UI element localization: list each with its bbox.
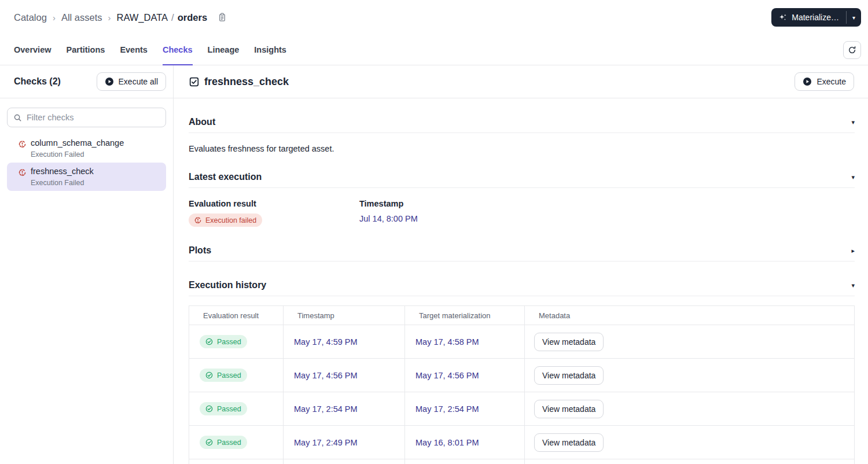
execute-label: Execute xyxy=(816,77,846,86)
execute-all-button[interactable]: Execute all xyxy=(97,72,166,91)
app-window: Catalog › All assets › RAW_DATA/orders M… xyxy=(0,0,868,464)
sparkle-icon xyxy=(778,13,787,22)
asset-path-separator: / xyxy=(171,12,174,23)
asset-prefix: RAW_DATA xyxy=(116,12,168,23)
caret-down-icon: ▾ xyxy=(852,14,855,21)
execution-history-title: Execution history xyxy=(189,280,266,290)
filter-wrap xyxy=(0,98,173,132)
passed-badge: Passed xyxy=(200,402,247,415)
divider xyxy=(189,187,855,188)
table-row: Passed May 17, 2:54 PM May 17, 2:54 PM V… xyxy=(189,392,855,426)
checks-sidebar: Checks (2) Execute all xyxy=(0,65,174,464)
breadcrumb-all-assets[interactable]: All assets xyxy=(61,12,102,23)
breadcrumb: Catalog › All assets › RAW_DATA/orders xyxy=(14,12,227,23)
tab-checks[interactable]: Checks xyxy=(163,35,193,65)
about-section: About ▾ Evaluates freshness for targeted… xyxy=(189,117,855,153)
table-column-header: Timestamp xyxy=(284,306,405,325)
passed-text: Passed xyxy=(217,371,241,380)
execute-all-label: Execute all xyxy=(119,77,158,86)
caret-down-icon: ▾ xyxy=(851,174,855,181)
plots-title: Plots xyxy=(189,245,211,256)
copy-asset-name-icon[interactable] xyxy=(218,13,227,22)
table-row xyxy=(189,459,855,464)
chevron-right-icon: › xyxy=(53,13,56,23)
table-column-header: Evaluation result xyxy=(189,306,284,325)
view-metadata-button[interactable]: View metadata xyxy=(534,333,604,351)
tabs: Overview Partitions Events Checks Lineag… xyxy=(14,35,286,65)
check-detail-content: About ▾ Evaluates freshness for targeted… xyxy=(174,98,868,464)
execution-timestamp-link[interactable]: May 17, 2:54 PM xyxy=(294,404,358,414)
check-detail-panel: freshness_check Execute About ▾ xyxy=(174,65,868,464)
execution-failed-text: Execution failed xyxy=(205,216,256,224)
target-materialization-link[interactable]: May 17, 4:56 PM xyxy=(415,371,479,380)
play-icon xyxy=(105,77,114,86)
filter-checks-field xyxy=(7,108,166,127)
table-header-row: Evaluation resultTimestampTarget materia… xyxy=(189,306,855,325)
view-metadata-button[interactable]: View metadata xyxy=(534,400,604,418)
sidebar-header: Checks (2) Execute all xyxy=(0,65,173,98)
target-materialization-link[interactable]: May 16, 8:01 PM xyxy=(415,438,479,447)
asset-name: orders xyxy=(178,12,207,23)
execution-failed-badge: Execution failed xyxy=(189,213,262,227)
execution-history-section: Execution history ▾ Evaluation resultTim… xyxy=(189,280,855,464)
execution-timestamp-link[interactable]: May 17, 2:49 PM xyxy=(294,438,358,447)
materialize-split-button: Materialize… ▾ xyxy=(771,8,861,27)
check-list-item[interactable]: column_schema_change Execution Failed xyxy=(7,134,166,163)
refresh-icon xyxy=(848,46,856,54)
materialize-button[interactable]: Materialize… xyxy=(771,8,846,27)
table-column-header: Target materialization xyxy=(405,306,525,325)
target-materialization-link[interactable]: May 17, 2:54 PM xyxy=(415,404,479,414)
tab-partitions[interactable]: Partitions xyxy=(67,35,105,65)
check-list-item[interactable]: freshness_check Execution Failed xyxy=(7,163,166,191)
latest-execution-section: Latest execution ▾ Evaluation result xyxy=(189,172,855,227)
divider xyxy=(189,132,855,133)
execution-history-toggle[interactable]: Execution history ▾ xyxy=(189,280,855,290)
tab-lineage[interactable]: Lineage xyxy=(208,35,240,65)
checks-list: column_schema_change Execution Failed fr… xyxy=(0,132,173,193)
view-metadata-button[interactable]: View metadata xyxy=(534,433,604,452)
check-name: column_schema_change xyxy=(31,138,124,148)
execution-failed-icon xyxy=(194,217,201,224)
divider xyxy=(189,261,855,262)
materialize-dropdown-button[interactable]: ▾ xyxy=(847,8,861,27)
check-circle-icon xyxy=(205,405,213,413)
materialize-label: Materialize… xyxy=(792,13,839,22)
timestamp-label: Timestamp xyxy=(359,199,855,208)
passed-badge: Passed xyxy=(200,335,247,348)
passed-text: Passed xyxy=(217,405,241,413)
check-detail-header: freshness_check Execute xyxy=(174,65,868,98)
about-description: Evaluates freshness for targeted asset. xyxy=(189,144,855,153)
evaluation-result-label: Evaluation result xyxy=(189,199,359,208)
play-icon xyxy=(803,77,812,86)
view-metadata-button[interactable]: View metadata xyxy=(534,366,604,385)
latest-execution-title: Latest execution xyxy=(189,172,262,182)
breadcrumb-catalog[interactable]: Catalog xyxy=(14,12,47,23)
execute-button[interactable]: Execute xyxy=(795,72,854,91)
evaluation-result-field: Evaluation result Execution failed xyxy=(189,199,359,227)
execution-timestamp-link[interactable]: May 17, 4:59 PM xyxy=(294,337,358,347)
execution-timestamp-link[interactable]: May 17, 4:56 PM xyxy=(294,371,358,380)
tab-insights[interactable]: Insights xyxy=(254,35,286,65)
check-status: Execution Failed xyxy=(31,179,94,187)
target-materialization-link[interactable]: May 17, 4:58 PM xyxy=(415,337,479,347)
latest-execution-toggle[interactable]: Latest execution ▾ xyxy=(189,172,855,182)
check-circle-icon xyxy=(205,338,213,345)
checks-count-title: Checks (2) xyxy=(14,76,61,87)
table-row: Passed May 17, 2:49 PM May 16, 8:01 PM V… xyxy=(189,426,855,459)
timestamp-field: Timestamp Jul 14, 8:00 PM xyxy=(359,199,855,227)
tab-events[interactable]: Events xyxy=(120,35,148,65)
execution-history-table: Evaluation resultTimestampTarget materia… xyxy=(189,305,855,464)
caret-down-icon: ▾ xyxy=(851,119,855,126)
breadcrumb-asset-key[interactable]: RAW_DATA/orders xyxy=(116,12,207,23)
about-section-toggle[interactable]: About ▾ xyxy=(189,117,855,127)
passed-badge: Passed xyxy=(200,436,247,449)
latest-timestamp-link[interactable]: Jul 14, 8:00 PM xyxy=(359,214,418,223)
table-row: Passed May 17, 4:56 PM May 17, 4:56 PM V… xyxy=(189,359,855,392)
check-circle-icon xyxy=(205,371,213,379)
tab-overview[interactable]: Overview xyxy=(14,35,52,65)
filter-checks-input[interactable] xyxy=(27,113,160,122)
divider xyxy=(189,296,855,296)
refresh-button[interactable] xyxy=(843,41,861,59)
plots-section-toggle[interactable]: Plots ▸ xyxy=(189,245,855,256)
asset-tabbar: Overview Partitions Events Checks Lineag… xyxy=(0,35,868,65)
